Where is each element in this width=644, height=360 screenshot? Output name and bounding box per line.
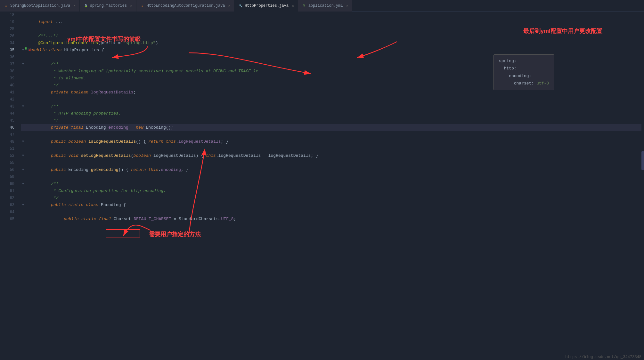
springboot-icon: ☕ (4, 4, 8, 8)
fold-59[interactable] (21, 175, 25, 179)
line-number-gutter: 18 19 25 26 34 35 36 37 38 39 40 41 42 4… (0, 12, 18, 360)
line-63: 63 (0, 202, 14, 209)
code-line-43: ▼ /** (21, 103, 641, 110)
fold-47[interactable] (21, 132, 25, 137)
httpencoding-icon: ☕ (140, 4, 145, 8)
tab-httpproperties-close[interactable]: ✕ (292, 4, 294, 8)
line-62: 62 (0, 195, 14, 202)
factories-icon: 🍃 (84, 4, 88, 8)
line-48: 48 (0, 138, 14, 145)
tab-springboot[interactable]: ☕ SpringBootApplication.java ✕ (0, 0, 80, 12)
line-46: 46 (0, 124, 14, 131)
annotation-user-config: 最后到yml配置中用户更改配置 (523, 27, 602, 35)
tab-httpproperties[interactable]: 🔧 HttpProperties.java ✕ (234, 0, 298, 12)
code-line-59 (21, 173, 641, 180)
fold-18[interactable] (21, 13, 25, 17)
code-line-62: */ (21, 195, 641, 202)
line-19: 19 (0, 19, 14, 26)
scrollbar-thumb[interactable] (641, 151, 644, 170)
annotation-user-specified: 需要用户指定的方法 (149, 230, 201, 238)
fold-64[interactable] (21, 210, 25, 214)
code-line-51 (21, 145, 641, 152)
tab-springboot-close[interactable]: ✕ (73, 4, 76, 8)
line-26: 26 (0, 33, 14, 40)
fold-42[interactable] (21, 97, 25, 102)
yaml-line-http: http: (499, 65, 549, 72)
line-45: 45 (0, 117, 14, 124)
code-line-19: import ... (21, 19, 641, 26)
fold-26[interactable] (21, 34, 25, 38)
fold-56[interactable]: ▼ (21, 168, 25, 172)
fold-40[interactable] (21, 83, 25, 88)
fold-35[interactable]: ▼ (21, 48, 25, 52)
line-25: 25 (0, 26, 14, 33)
fold-62[interactable] (21, 196, 25, 200)
code-line-63: ▼ public static class Encoding { (21, 202, 641, 209)
code-line-60: ▼ /** (21, 180, 641, 188)
fold-25[interactable] (21, 27, 25, 31)
url-bar: https://blog.csdn.net/qq_34473348 (563, 354, 644, 360)
scrollbar[interactable] (641, 12, 644, 360)
tab-httpproperties-label: HttpProperties.java (245, 4, 289, 8)
code-line-18 (21, 12, 641, 19)
fold-65[interactable] (21, 217, 25, 221)
code-line-56: ▼ public Encoding getEncoding() { return… (21, 166, 641, 173)
gutter-icons-35: 🐞 (25, 47, 32, 54)
fold-37[interactable]: ▼ (21, 62, 25, 67)
code-line-35: ▼ 🐞 public class HttpProperties { (21, 47, 641, 54)
code-line-42 (21, 96, 641, 103)
tab-springboot-label: SpringBootApplication.java (10, 4, 70, 8)
fold-46[interactable] (21, 125, 25, 130)
line-65: 65 (0, 216, 14, 223)
tab-httpencoding[interactable]: ☕ HttpEncodingAutoConfiguration.java ✕ (136, 0, 234, 12)
fold-41[interactable] (21, 90, 25, 95)
tab-factories-label: spring.factories (90, 4, 127, 8)
code-line-44: * HTTP encoding properties. (21, 110, 641, 117)
code-line-47 (21, 131, 641, 138)
code-line-46: private final Encoding encoding = new En… (21, 124, 641, 131)
line-43: 43 (0, 103, 14, 110)
line-55: 55 (0, 159, 14, 166)
tab-factories[interactable]: 🍃 spring.factories ✕ (80, 0, 136, 12)
line-51: 51 (0, 145, 14, 152)
line-34: 34 (0, 40, 14, 47)
fold-34[interactable] (21, 41, 25, 45)
code-line-48: ▼ public boolean isLogRequestDetails() {… (21, 138, 641, 145)
line-36: 36 (0, 54, 14, 61)
tab-bar: ☕ SpringBootApplication.java ✕ 🍃 spring.… (0, 0, 644, 12)
fold-43[interactable]: ▼ (21, 104, 25, 109)
fold-48[interactable]: ▼ (21, 140, 25, 144)
line-61: 61 (0, 188, 14, 195)
tab-factories-close[interactable]: ✕ (130, 4, 132, 8)
tab-httpencoding-close[interactable]: ✕ (228, 4, 231, 8)
yaml-popup: spring: http: encoding: charset: utf-8 (493, 54, 554, 90)
yaml-line-spring: spring: (499, 57, 549, 65)
tab-appyml-close[interactable]: ✕ (346, 4, 348, 8)
fold-61[interactable] (21, 189, 25, 193)
fold-55[interactable] (21, 161, 25, 165)
line-47: 47 (0, 131, 14, 138)
fold-19[interactable] (21, 20, 25, 24)
line-60: 60 (0, 180, 14, 188)
fold-60[interactable]: ▼ (21, 182, 25, 186)
fold-45[interactable] (21, 118, 25, 123)
tab-appyml[interactable]: Y application.yml ✕ (298, 0, 353, 12)
code-line-52: ▼ public void setLogRequestDetails(boole… (21, 152, 641, 159)
line-41: 41 (0, 89, 14, 96)
fold-52[interactable]: ▼ (21, 154, 25, 158)
fold-51[interactable] (21, 147, 25, 151)
line-42: 42 (0, 96, 14, 103)
fold-39[interactable] (21, 76, 25, 81)
fold-38[interactable] (21, 69, 25, 74)
fold-44[interactable] (21, 111, 25, 116)
line-39: 39 (0, 75, 14, 82)
line-64: 64 (0, 209, 14, 216)
fold-63[interactable]: ▼ (21, 203, 25, 207)
code-line-45: */ (21, 117, 641, 124)
tab-appyml-label: application.yml (308, 4, 343, 8)
fold-36[interactable] (21, 55, 25, 60)
code-line-61: * Configuration properties for http enco… (21, 188, 641, 195)
line-59: 59 (0, 173, 14, 180)
line-44: 44 (0, 110, 14, 117)
appyml-icon: Y (302, 4, 306, 8)
